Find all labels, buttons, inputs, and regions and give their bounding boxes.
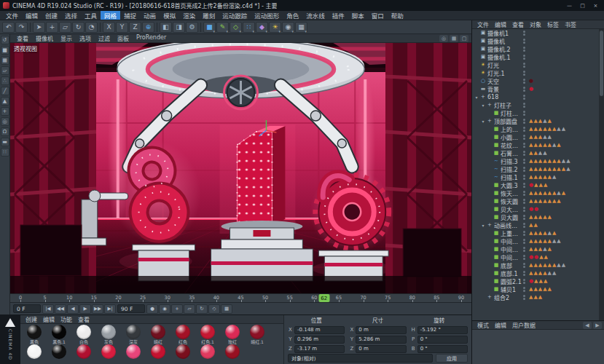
texture-tag-icon[interactable]: ▲ [538,143,542,148]
viewport-menu-摄像机[interactable]: 摄像机 [32,34,57,42]
object-name[interactable]: 石膏中圆圈1 [500,149,522,157]
material-item[interactable] [22,344,47,364]
material-item[interactable]: 灰色 [96,325,121,344]
menu-运动跟踪[interactable]: 运动跟踪 [219,11,251,20]
texture-tag-icon[interactable]: ▲ [543,271,546,276]
object-name[interactable]: 扫描.3 [500,157,522,165]
texture-tag-icon[interactable]: ▲ [562,191,565,196]
texture-tag-icon[interactable]: ▲ [544,255,548,260]
texture-tag-icon[interactable]: ▲ [548,247,552,252]
texture-mode-icon[interactable]: ▦ [1,56,9,65]
visibility-dots[interactable] [523,255,527,260]
texture-tag-icon[interactable]: ▲ [538,159,542,164]
material-tag-icon[interactable]: ● [529,79,533,84]
texture-tag-icon[interactable]: ▲ [529,159,533,164]
object-row[interactable]: ■圆弧2.1●▲▲▲ [472,277,598,285]
record-keyframes-button[interactable]: ● [146,304,158,314]
object-name[interactable]: 花纹中圆圈2.1 [500,141,522,149]
texture-tag-icon[interactable]: ▲ [543,167,546,172]
visibility-dot-top[interactable] [523,119,525,121]
visibility-dot-top[interactable] [523,207,525,209]
texture-tag-icon[interactable]: ▲ [529,119,533,124]
visibility-dots[interactable] [523,127,527,132]
visibility-dots[interactable] [523,263,527,268]
visibility-dot-top[interactable] [523,39,525,41]
visibility-dot-top[interactable] [523,95,525,97]
visibility-dot-bottom[interactable] [523,106,525,108]
material-item[interactable] [220,344,245,364]
menu-雕刻[interactable]: 雕刻 [199,11,219,20]
visibility-dot-bottom[interactable] [523,210,525,212]
rotation-p-field[interactable]: 0 ° [417,336,468,344]
visibility-dot-top[interactable] [523,63,525,65]
texture-tag-icon[interactable]: ▲ [529,247,533,252]
visibility-dot-top[interactable] [523,31,525,33]
visibility-dot-bottom[interactable] [523,130,525,132]
object-row[interactable]: ▣摄像机 [472,37,598,45]
texture-tag-icon[interactable]: ▲ [557,143,560,148]
polygons-mode-icon[interactable]: ▲ [1,97,9,106]
object-name[interactable]: 扫描.2 [500,165,522,173]
lock-y-axis-icon[interactable]: Y [116,22,128,33]
texture-tag-icon[interactable]: ▲ [529,215,533,220]
texture-tag-icon[interactable]: ▲ [533,231,537,236]
timeline-ruler[interactable]: 05101520253035404550556065707580859062 [10,293,471,302]
texture-tag-icon[interactable]: ▲ [538,119,542,124]
texture-tag-icon[interactable]: ▲ [538,167,542,172]
scrollbar-thumb[interactable] [600,31,603,96]
material-menu-查看[interactable]: 查看 [75,315,93,323]
object-row[interactable]: ▾+灯柱子 [472,101,598,109]
visibility-dot-bottom[interactable] [523,138,525,140]
material-tag-icon[interactable]: ● [534,255,538,260]
visibility-dots[interactable] [523,239,527,244]
texture-tag-icon[interactable]: ▲ [548,263,552,268]
object-menu-标签[interactable]: 标签 [544,20,562,28]
visibility-dots[interactable] [523,143,527,148]
material-tag-icon[interactable]: ● [529,279,533,284]
visibility-dot-bottom[interactable] [523,178,525,180]
object-name[interactable]: 中间的圆珠 [500,253,522,261]
visibility-dot-bottom[interactable] [523,218,525,220]
object-name[interactable]: 灯光 [487,61,522,69]
workplane-mode-icon[interactable]: ▱ [1,66,9,75]
model-mode-icon[interactable]: ■ [1,46,9,55]
expand-arrow-icon[interactable]: ▾ [474,95,479,100]
material-item[interactable]: 黑色.1 [47,325,71,344]
texture-tag-icon[interactable]: ▲ [533,119,537,124]
texture-tag-icon[interactable]: ▲ [534,183,538,188]
expand-arrow-icon[interactable]: ▾ [480,223,486,228]
object-row[interactable]: ☀灯光 [472,61,598,69]
material-menu-功能[interactable]: 功能 [58,315,75,323]
material-item[interactable] [146,344,170,364]
rotation-h-field[interactable]: -5.192 ° [417,326,468,334]
object-name[interactable]: 扫描.1 [500,173,522,181]
visibility-dots[interactable] [523,47,527,52]
texture-tag-icon[interactable]: ▲ [548,143,552,148]
object-row[interactable]: ■辅贝1▲▲▲▲▲ [472,285,598,293]
visibility-dots[interactable] [523,207,527,212]
close-button[interactable]: × [590,1,601,9]
visibility-dots[interactable] [523,87,527,92]
texture-tag-icon[interactable]: ▲ [552,127,556,132]
timeline-start-field[interactable]: 0 F [13,304,41,313]
material-tag-icon[interactable]: ● [529,255,533,260]
points-mode-icon[interactable]: ∴ [1,76,9,85]
visibility-dot-bottom[interactable] [523,82,525,84]
next-frame-button[interactable]: ▶▶ [92,304,103,314]
object-name[interactable]: 灯光.1 [487,69,522,77]
visibility-dot-bottom[interactable] [523,266,525,268]
edges-mode-icon[interactable]: ╱ [1,87,9,95]
material-item[interactable]: 黑色 [22,325,47,344]
texture-tag-icon[interactable]: ▲ [529,143,533,148]
visibility-dots[interactable] [523,167,527,172]
visibility-dot-bottom[interactable] [523,58,525,60]
visibility-dots[interactable] [523,103,527,108]
texture-tag-icon[interactable]: ▲ [533,127,537,132]
texture-tag-icon[interactable]: ▲ [538,263,542,268]
record-scale-button[interactable]: ▱ [184,304,195,314]
texture-tag-icon[interactable]: ▲ [533,175,537,180]
environment-icon[interactable]: ☀▾ [269,22,281,33]
texture-tag-icon[interactable]: ▲ [552,231,556,236]
material-tag-icon[interactable]: ● [529,207,533,212]
visibility-dot-bottom[interactable] [523,242,525,244]
